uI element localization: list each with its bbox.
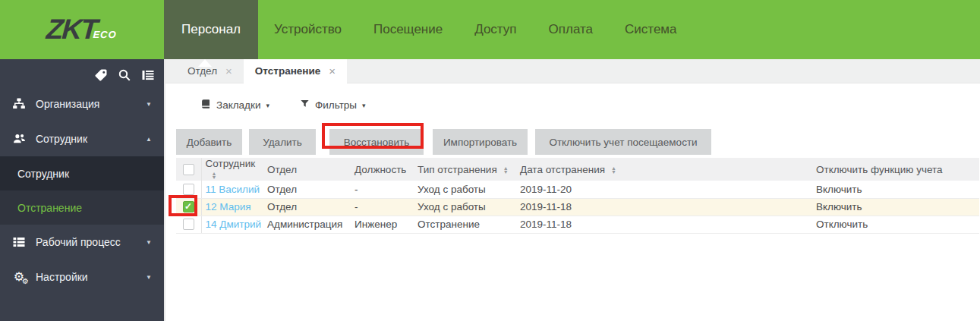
sidebar-tools (0, 59, 164, 87)
logo-text-eco: ECO (93, 29, 117, 40)
row-checkbox[interactable] (183, 184, 194, 195)
column-label: Дата отстранения (520, 164, 605, 175)
sidebar-subitem-employee[interactable]: Сотрудник (0, 156, 164, 190)
list-grid-icon (11, 235, 27, 249)
sort-icon[interactable]: ▲▼ (503, 166, 509, 174)
column-header-position: Должность (351, 158, 414, 181)
nav-label: Устройство (274, 22, 342, 37)
employee-cell: 12 Мария (201, 198, 263, 216)
sidebar-item-label: Организация (36, 98, 146, 110)
main-nav: Персонал Устройство Посещение Доступ Опл… (164, 0, 980, 59)
sidebar-item-workflow[interactable]: Рабочий процесс ▼ (0, 225, 164, 260)
department-cell: Отдел (263, 181, 351, 198)
checkbox-cell (176, 181, 201, 198)
column-label: Отдел (267, 164, 297, 175)
nav-item-device[interactable]: Устройство (258, 0, 358, 59)
delete-button[interactable]: Удалить (249, 129, 316, 155)
sort-icon[interactable]: ▲▼ (611, 166, 616, 174)
date-cell: 2019-11-20 (516, 181, 805, 198)
row-checkbox[interactable] (183, 219, 194, 230)
position-cell: Инженер (351, 216, 414, 233)
sidebar: Организация ▼ Сотрудник ▲ Сотрудник Отст… (0, 59, 164, 321)
department-cell: Администрация (263, 216, 351, 233)
sidebar-subitem-label: Отстранение (17, 202, 82, 214)
gear-icon: ⚙ (22, 278, 29, 285)
sidebar-item-settings[interactable]: ⚙ ⚙ Настройки ▼ (0, 260, 164, 294)
chevron-down-icon[interactable]: ▼ (146, 274, 152, 281)
nav-item-system[interactable]: Система (609, 0, 692, 59)
checkbox-cell (176, 216, 201, 233)
employee-link[interactable]: 12 Мария (206, 201, 251, 212)
zkteco-logo: ZKTECO (46, 14, 118, 46)
position-cell: - (351, 181, 414, 198)
check-icon: ✓ (184, 201, 192, 212)
attendance-cell: Включить (805, 198, 979, 216)
employee-link[interactable]: 11 Василий (206, 184, 260, 195)
suspension-table: Сотрудник▲▼ Отдел Должность Тип отстране… (176, 158, 979, 234)
sidebar-subitem-suspension[interactable]: Отстранение (0, 190, 164, 225)
tab-suspension[interactable]: Отстранение × (244, 59, 347, 83)
funnel-icon (300, 99, 310, 111)
sidebar-item-label: Сотрудник (36, 133, 146, 145)
tab-label: Отстранение (255, 65, 320, 77)
sitemap-icon (11, 97, 27, 111)
employee-link[interactable]: 14 Дмитрий (206, 219, 262, 230)
table-row: ✓ 12 Мария Отдел - Уход с работы 2019-11… (176, 198, 979, 216)
top-bar: ZKTECO Персонал Устройство Посещение Дос… (0, 0, 980, 59)
column-label: Должность (355, 164, 406, 175)
nav-item-payment[interactable]: Оплата (533, 0, 609, 59)
panel-list-icon[interactable] (141, 68, 155, 82)
close-icon[interactable]: × (225, 65, 232, 77)
chevron-down-icon[interactable]: ▼ (146, 239, 152, 246)
column-header-department: Отдел (263, 158, 351, 181)
row-checkbox[interactable]: ✓ (183, 201, 194, 212)
sidebar-item-organization[interactable]: Организация ▼ (0, 87, 164, 121)
nav-label: Оплата (549, 22, 593, 37)
filters-label: Фильтры (315, 99, 357, 111)
close-icon[interactable]: × (329, 65, 336, 77)
column-header-date: Дата отстранения▲▼ (516, 158, 805, 181)
type-cell: Уход с работы (414, 181, 516, 198)
nav-label: Посещение (373, 22, 443, 37)
column-label: Сотрудник (206, 158, 256, 169)
restore-button[interactable]: Восстановить (329, 129, 424, 155)
bookmarks-label: Закладки (216, 99, 260, 111)
nav-label: Доступ (474, 22, 516, 37)
book-icon (200, 99, 211, 112)
checkbox-cell: ✓ (176, 198, 201, 216)
sidebar-item-employee[interactable]: Сотрудник ▲ (0, 121, 164, 156)
add-button[interactable]: Добавить (176, 129, 242, 155)
sidebar-submenu-employee: Сотрудник Отстранение (0, 156, 164, 225)
logo-text-zkt: ZKT (46, 14, 98, 46)
attendance-cell: Включить (805, 181, 979, 198)
chevron-down-icon[interactable]: ▼ (146, 101, 152, 108)
column-label: Тип отстранения (418, 164, 497, 175)
attendance-cell: Отключить (805, 216, 979, 233)
search-icon[interactable] (118, 68, 131, 82)
tab-strip: Отдел × Отстранение × (165, 59, 980, 83)
table-row: 14 Дмитрий Администрация Инженер Отстран… (176, 216, 979, 233)
tag-icon[interactable] (94, 68, 108, 82)
import-button[interactable]: Импортировать (433, 129, 528, 155)
nav-item-attendance[interactable]: Посещение (358, 0, 458, 59)
disable-attendance-button[interactable]: Отключить учет посещаемости (535, 129, 711, 155)
date-cell: 2019-11-18 (516, 216, 805, 233)
table-row: 11 Василий Отдел - Уход с работы 2019-11… (176, 181, 979, 198)
nav-item-personnel[interactable]: Персонал (164, 0, 258, 59)
type-cell: Отстранение (414, 216, 516, 233)
nav-item-access[interactable]: Доступ (458, 0, 532, 59)
column-label: Отключить функцию учета (816, 164, 943, 175)
sidebar-item-label: Рабочий процесс (36, 236, 146, 248)
sort-down-icon: ▼ (212, 175, 217, 179)
sort-icon[interactable]: ▲▼ (212, 172, 217, 179)
gears-icon: ⚙ ⚙ (11, 271, 27, 283)
employee-cell: 11 Василий (201, 181, 263, 198)
chevron-up-icon[interactable]: ▲ (146, 136, 152, 143)
bookmarks-button[interactable]: Закладки ▾ (200, 99, 269, 112)
sidebar-subitem-label: Сотрудник (17, 168, 69, 180)
position-cell: - (351, 198, 414, 216)
filters-button[interactable]: Фильтры ▾ (300, 99, 366, 111)
select-all-checkbox[interactable] (183, 164, 194, 175)
sort-down-icon: ▼ (611, 170, 616, 174)
caret-down-icon: ▾ (362, 102, 366, 109)
